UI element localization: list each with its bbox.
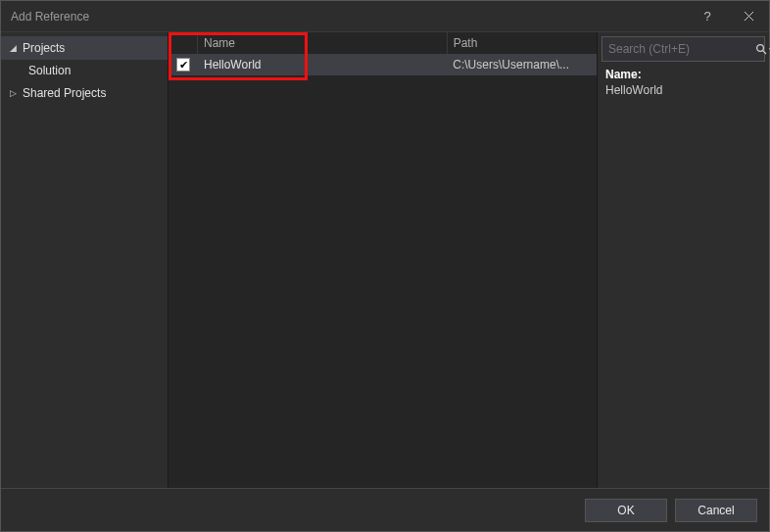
detail-name-label: Name: [605,68,761,81]
column-header-path[interactable]: Path [448,32,597,54]
button-label: OK [617,504,634,517]
column-headers: Name Path [168,32,597,54]
sidebar: ◢ Projects Solution ▷ Shared Projects [1,32,168,488]
svg-point-2 [757,45,764,52]
row-name-value: HelloWorld [204,58,261,72]
column-header-label: Path [454,36,478,50]
column-header-name[interactable]: Name [198,32,448,54]
help-button[interactable]: ? [687,1,728,31]
add-reference-dialog: Add Reference ? ◢ Projects Solution ▷ Sh… [0,0,770,532]
svg-line-3 [763,51,766,54]
chevron-right-icon: ▷ [7,88,19,98]
row-path-value: C:\Users\Username\... [453,58,569,72]
dialog-footer: OK Cancel [1,488,769,531]
titlebar: Add Reference ? [1,1,769,32]
row-name-cell: HelloWorld [198,58,447,72]
sidebar-item-solution[interactable]: Solution [1,60,168,81]
search-icon[interactable]: ▾ [755,43,770,55]
detail-name: Name: HelloWorld [598,68,769,97]
close-button[interactable] [728,1,769,31]
reference-list: Name Path ✔ HelloWorld C:\Users\Username… [168,32,598,488]
ok-button[interactable]: OK [585,499,667,522]
sidebar-item-shared-projects[interactable]: ▷ Shared Projects [1,81,168,105]
sidebar-item-label: Projects [21,41,65,55]
checkbox-checked-icon[interactable]: ✔ [176,58,190,72]
detail-name-value: HelloWorld [605,83,761,97]
search-input[interactable] [608,42,755,56]
column-header-label: Name [204,36,235,50]
dialog-title: Add Reference [11,10,89,24]
button-label: Cancel [698,504,734,517]
cancel-button[interactable]: Cancel [675,499,757,522]
sidebar-item-label: Shared Projects [21,86,106,100]
row-check-cell[interactable]: ✔ [168,58,198,72]
details-pane: ▾ Name: HelloWorld [598,32,769,488]
column-header-check[interactable] [168,32,198,54]
table-row[interactable]: ✔ HelloWorld C:\Users\Username\... [168,54,597,75]
sidebar-item-label: Solution [28,64,71,77]
dialog-body: ◢ Projects Solution ▷ Shared Projects Na… [1,32,769,488]
search-box[interactable]: ▾ [602,36,765,62]
close-icon [744,11,754,22]
row-path-cell: C:\Users\Username\... [447,58,597,72]
chevron-down-icon: ◢ [7,43,19,53]
sidebar-item-projects[interactable]: ◢ Projects [1,36,168,60]
